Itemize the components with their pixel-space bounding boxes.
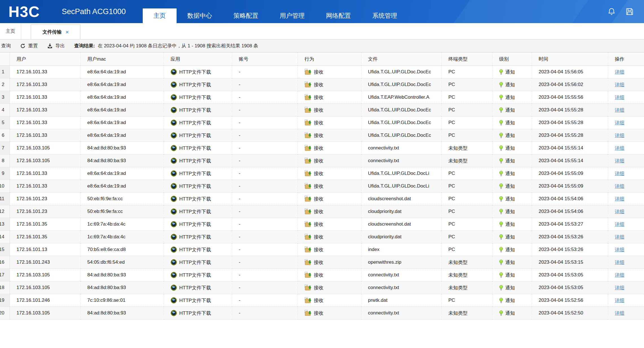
- detail-link[interactable]: 详细: [615, 95, 625, 100]
- cell-file: Ufida.T.GL.UIP.GLDoc.DocEc: [361, 66, 441, 78]
- cell-account: -: [232, 180, 298, 193]
- cell-account: -: [232, 129, 298, 142]
- detail-link[interactable]: 详细: [615, 285, 625, 290]
- save-icon[interactable]: [625, 7, 634, 16]
- cell-time: 2023-04-04 15:55:14: [532, 155, 608, 167]
- detail-link[interactable]: 详细: [615, 107, 625, 113]
- detail-link[interactable]: 详细: [615, 158, 625, 164]
- col-time: 时间: [532, 52, 608, 66]
- cell-file: index: [361, 243, 441, 256]
- detail-link[interactable]: 详细: [615, 184, 625, 189]
- cell-level: 通知: [492, 104, 532, 116]
- table-row: 20172.16.103.10584:ad:8d:80:ba:93HTTP文件下…: [0, 307, 644, 320]
- export-button[interactable]: 导出: [47, 43, 65, 49]
- folder-download-icon: [305, 285, 311, 291]
- cell-time: 2023-04-04 15:55:28: [532, 129, 608, 142]
- nav-item-data-center[interactable]: 数据中心: [177, 8, 223, 23]
- cell-operation: 详细: [608, 116, 644, 129]
- cell-user-mac: e8:6a:64:da:19:ad: [80, 167, 164, 180]
- row-number: 13: [0, 218, 10, 231]
- row-number: 18: [0, 281, 10, 294]
- navbar-icons: [607, 0, 634, 23]
- cell-time: 2023-04-04 15:55:56: [532, 91, 608, 104]
- cell-user-mac: 84:ad:8d:80:ba:93: [80, 142, 164, 155]
- cell-level: 通知: [492, 281, 532, 294]
- globe-icon: [171, 285, 177, 291]
- detail-link[interactable]: 详细: [615, 120, 625, 125]
- cell-account: -: [232, 256, 298, 269]
- globe-icon: [171, 107, 177, 113]
- cell-operation: 详细: [608, 256, 644, 269]
- folder-download-icon: [305, 310, 311, 316]
- detail-link[interactable]: 详细: [615, 247, 625, 252]
- detail-link[interactable]: 详细: [615, 234, 625, 240]
- folder-download-icon: [305, 132, 311, 138]
- bulb-icon: [499, 120, 503, 126]
- detail-link[interactable]: 详细: [615, 260, 625, 265]
- nav-item-network-config[interactable]: 网络配置: [315, 8, 362, 23]
- cell-action: 接收: [298, 180, 361, 193]
- detail-link[interactable]: 详细: [615, 133, 625, 138]
- nav-item-home[interactable]: 主页: [143, 8, 177, 23]
- cell-file: Ufida.T.GL.UIP.GLDoc.DocEc: [361, 104, 441, 116]
- cell-user: 172.16.101.33: [10, 78, 80, 91]
- nav-item-policy-config[interactable]: 策略配置: [223, 8, 269, 23]
- cell-operation: 详细: [608, 281, 644, 294]
- detail-link[interactable]: 详细: [615, 196, 625, 202]
- detail-link[interactable]: 详细: [615, 171, 625, 176]
- cell-user: 172.16.101.33: [10, 66, 80, 78]
- table-header: 用户 用户mac 应用 账号 行为 文件 终端类型 级别 时间 操作: [0, 52, 644, 66]
- close-icon[interactable]: ×: [65, 29, 69, 35]
- cell-action: 接收: [298, 116, 361, 129]
- cell-terminal-type: PC: [441, 167, 492, 180]
- tab-home[interactable]: 主页: [0, 23, 21, 39]
- bulb-icon: [499, 247, 503, 253]
- cell-file: prwtk.dat: [361, 294, 441, 307]
- cell-user-mac: 84:ad:8d:80:ba:93: [80, 269, 164, 281]
- cell-file: connectivity.txt: [361, 155, 441, 167]
- cell-app: HTTP文件下载: [164, 167, 232, 180]
- row-number: 5: [0, 116, 10, 129]
- cell-operation: 详细: [608, 129, 644, 142]
- table-row: 7172.16.103.10584:ad:8d:80:ba:93HTTP文件下载…: [0, 142, 644, 155]
- cell-account: -: [232, 294, 298, 307]
- tab-file-transfer[interactable]: 文件传输 ×: [31, 25, 80, 39]
- bulb-icon: [499, 145, 503, 151]
- cell-level: 通知: [492, 116, 532, 129]
- cell-action: 接收: [298, 78, 361, 91]
- cell-user-mac: e8:6a:64:da:19:ad: [80, 129, 164, 142]
- detail-link[interactable]: 详细: [615, 146, 625, 151]
- query-button-label: 查询: [1, 43, 11, 49]
- table-row: 13172.16.101.351c:69:7a:4b:da:4cHTTP文件下载…: [0, 218, 644, 231]
- nav-item-system-management[interactable]: 系统管理: [362, 8, 408, 23]
- cell-action: 接收: [298, 193, 361, 205]
- folder-download-icon: [305, 170, 311, 177]
- globe-icon: [171, 246, 177, 253]
- table-row: 1172.16.101.33e8:6a:64:da:19:adHTTP文件下载-…: [0, 66, 644, 78]
- cell-time: 2023-04-04 15:53:26: [532, 243, 608, 256]
- col-file: 文件: [361, 52, 441, 66]
- detail-link[interactable]: 详细: [615, 222, 625, 227]
- cell-account: -: [232, 78, 298, 91]
- bell-icon[interactable]: [607, 7, 616, 16]
- result-label: 查询结果:: [74, 43, 95, 49]
- table-row: 5172.16.101.33e8:6a:64:da:19:adHTTP文件下载-…: [0, 116, 644, 129]
- reset-button[interactable]: 重置: [20, 43, 38, 49]
- nav-item-user-management[interactable]: 用户管理: [269, 8, 315, 23]
- detail-link[interactable]: 详细: [615, 209, 625, 214]
- bulb-icon: [499, 298, 503, 303]
- query-button[interactable]: 查询: [1, 43, 11, 49]
- folder-download-icon: [305, 145, 311, 151]
- detail-link[interactable]: 详细: [615, 69, 625, 75]
- h3c-logo: H3C: [8, 4, 40, 19]
- tab-file-transfer-label: 文件传输: [42, 29, 61, 35]
- bulb-icon: [499, 259, 503, 265]
- cell-user-mac: e8:6a:64:da:19:ad: [80, 66, 164, 78]
- cell-operation: 详细: [608, 142, 644, 155]
- cell-account: -: [232, 91, 298, 104]
- detail-link[interactable]: 详细: [615, 272, 625, 278]
- detail-link[interactable]: 详细: [615, 82, 625, 87]
- row-number: 19: [0, 294, 10, 307]
- detail-link[interactable]: 详细: [615, 310, 625, 316]
- detail-link[interactable]: 详细: [615, 298, 625, 303]
